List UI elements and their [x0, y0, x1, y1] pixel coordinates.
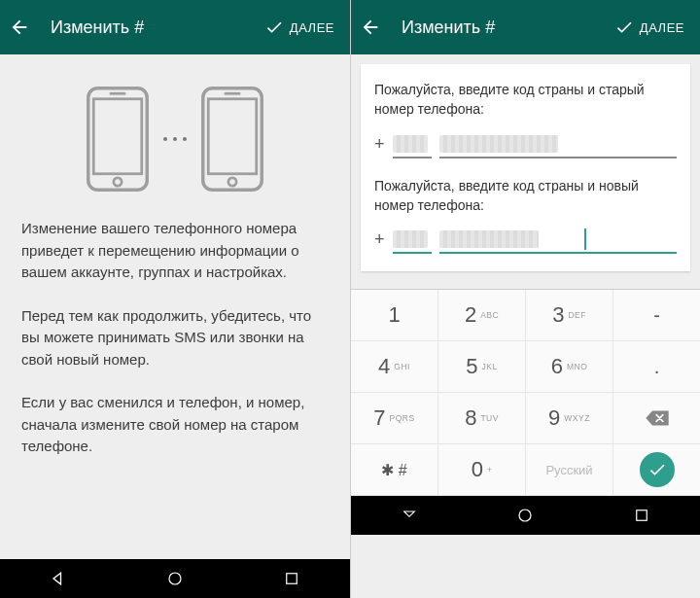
svg-point-2 — [114, 178, 122, 186]
next-button[interactable]: ДАЛЕЕ — [257, 18, 342, 37]
transfer-dots-icon — [163, 137, 187, 141]
change-number-form: Пожалуйста, введите код страны и старый … — [351, 54, 700, 281]
plus-prefix: + — [374, 134, 385, 158]
new-country-code-input[interactable] — [393, 225, 432, 254]
svg-point-10 — [519, 510, 531, 521]
android-nav-bar — [0, 559, 350, 598]
key-9[interactable]: 9WXYZ — [526, 393, 613, 444]
app-bar: Изменить # ДАЛЕЕ — [351, 0, 700, 54]
arrow-left-icon — [9, 17, 30, 38]
next-label: ДАЛЕЕ — [290, 20, 334, 35]
intro-paragraph-2: Перед тем как продолжить, убедитесь, что… — [21, 305, 329, 371]
android-nav-bar — [351, 496, 700, 535]
nav-back[interactable] — [399, 505, 420, 526]
back-button[interactable] — [359, 16, 382, 39]
old-phone-icon — [84, 86, 152, 193]
old-phone-number-input[interactable] — [439, 129, 677, 158]
nav-recent[interactable] — [631, 505, 652, 526]
nav-home[interactable] — [164, 568, 186, 589]
change-number-intro-screen: Изменить # ДАЛЕЕ Изменение вашего телефо… — [0, 0, 350, 598]
app-title: Изменить # — [51, 18, 144, 38]
app-bar: Изменить # ДАЛЕЕ — [0, 0, 350, 54]
key-enter[interactable] — [613, 444, 700, 496]
intro-paragraph-1: Изменение вашего телефонного номера прив… — [21, 218, 329, 284]
key-8[interactable]: 8TUV — [438, 393, 526, 444]
key-dot[interactable]: . — [613, 341, 700, 393]
change-number-form-screen: Изменить # ДАЛЕЕ Пожалуйста, введите код… — [350, 0, 700, 598]
nav-back[interactable] — [48, 568, 69, 589]
key-3[interactable]: 3DEF — [526, 290, 613, 341]
check-icon — [614, 18, 634, 37]
backspace-icon — [643, 407, 672, 429]
new-number-label: Пожалуйста, введите код страны и новый н… — [374, 176, 677, 216]
nav-home[interactable] — [514, 505, 536, 526]
key-star-hash[interactable]: ✱ # — [351, 444, 438, 496]
nav-recent-icon — [633, 507, 650, 524]
intro-content: Изменение вашего телефонного номера прив… — [0, 54, 350, 559]
nav-home-icon — [166, 570, 184, 587]
svg-rect-11 — [637, 510, 648, 521]
old-country-code-input[interactable] — [393, 129, 432, 158]
key-5[interactable]: 5JKL — [438, 341, 526, 393]
key-backspace[interactable] — [613, 393, 700, 444]
svg-point-6 — [228, 178, 236, 186]
svg-rect-5 — [208, 99, 257, 174]
key-6[interactable]: 6MNO — [526, 341, 613, 393]
next-button[interactable]: ДАЛЕЕ — [607, 18, 692, 37]
key-7[interactable]: 7PQRS — [351, 393, 438, 444]
nav-collapse-keyboard-icon — [399, 508, 420, 523]
key-language[interactable]: Русский — [526, 444, 613, 496]
key-1[interactable]: 1 — [351, 290, 438, 341]
new-number-row: + — [374, 225, 677, 254]
svg-rect-9 — [287, 574, 298, 584]
numeric-keypad: 1 2ABC 3DEF - 4GHI 5JKL 6MNO . 7PQRS 8TU… — [351, 289, 700, 496]
new-phone-icon — [198, 86, 266, 193]
old-number-label: Пожалуйста, введите код страны и старый … — [374, 80, 677, 120]
key-dash[interactable]: - — [613, 290, 700, 341]
back-button[interactable] — [8, 16, 31, 39]
check-icon — [264, 18, 284, 37]
nav-recent[interactable] — [281, 568, 302, 589]
nav-home-icon — [516, 507, 534, 524]
nav-recent-icon — [283, 570, 300, 587]
app-title: Изменить # — [402, 18, 495, 38]
svg-rect-1 — [93, 99, 142, 174]
intro-paragraph-3: Если у вас сменился и телефон, и номер, … — [21, 392, 329, 458]
phone-transfer-illustration — [21, 72, 329, 218]
key-4[interactable]: 4GHI — [351, 341, 438, 393]
nav-back-icon — [49, 569, 68, 588]
number-card: Пожалуйста, введите код страны и старый … — [361, 64, 690, 271]
enter-button-icon — [640, 452, 675, 487]
next-label: ДАЛЕЕ — [640, 20, 684, 35]
key-0[interactable]: 0+ — [438, 444, 526, 496]
old-number-row: + — [374, 129, 677, 158]
svg-point-8 — [169, 573, 181, 584]
key-2[interactable]: 2ABC — [438, 290, 526, 341]
plus-prefix: + — [374, 229, 385, 254]
new-phone-number-input[interactable] — [439, 225, 677, 254]
arrow-left-icon — [360, 17, 381, 38]
